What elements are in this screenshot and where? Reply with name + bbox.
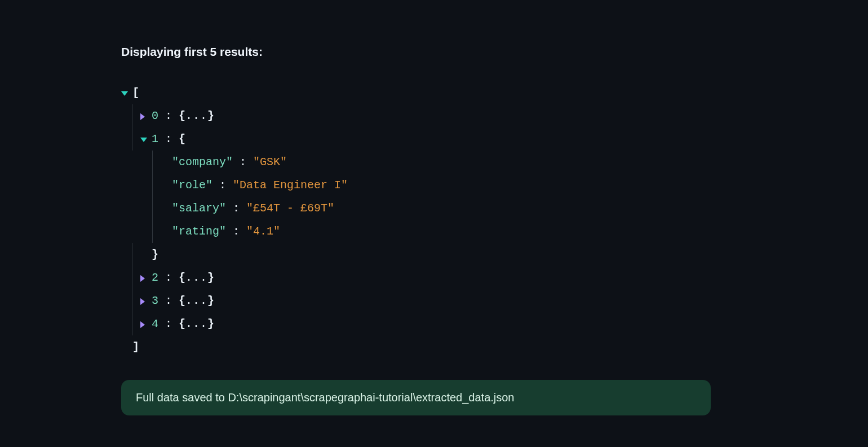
array-index: 1 [152, 127, 158, 151]
array-open-bracket: [ [132, 81, 139, 104]
caret-right-icon [140, 275, 145, 282]
array-index: 3 [152, 289, 158, 312]
object-entry: "role" : "Data Engineer I" [121, 174, 868, 197]
json-key: "salary" [172, 197, 226, 220]
json-tree: [ 0 : { ... } 1 : { "company" : "GSK" "r… [121, 81, 868, 359]
array-index: 2 [152, 266, 158, 289]
status-message: Full data saved to D:\scrapingant\scrape… [121, 380, 711, 415]
json-key: "rating" [172, 220, 226, 243]
caret-right-icon [140, 321, 145, 328]
json-string-value: "£54T - £69T" [246, 197, 334, 220]
array-open-row[interactable]: [ [121, 81, 868, 104]
array-close-bracket: ] [132, 335, 139, 359]
array-item-expanded-header[interactable]: 1 : { [121, 127, 868, 151]
array-close-row: ] [121, 335, 868, 359]
json-key: "role" [172, 174, 212, 197]
array-index: 4 [152, 312, 158, 335]
object-entry: "salary" : "£54T - £69T" [121, 197, 868, 220]
caret-right-icon [140, 113, 145, 120]
array-item-collapsed[interactable]: 3 : { ... } [121, 289, 868, 312]
caret-down-icon [121, 91, 128, 96]
object-entry: "rating" : "4.1" [121, 220, 868, 243]
json-string-value: "GSK" [253, 151, 287, 174]
json-string-value: "4.1" [246, 220, 280, 243]
object-entry: "company" : "GSK" [121, 151, 868, 174]
object-close-brace-row: } [121, 243, 868, 266]
array-item-collapsed[interactable]: 0 : { ... } [121, 104, 868, 127]
caret-down-icon [140, 138, 147, 142]
array-item-collapsed[interactable]: 2 : { ... } [121, 266, 868, 289]
json-key: "company" [172, 151, 233, 174]
caret-right-icon [140, 298, 145, 305]
array-item-collapsed[interactable]: 4 : { ... } [121, 312, 868, 335]
json-string-value: "Data Engineer I" [233, 174, 348, 197]
results-heading: Displaying first 5 results: [121, 45, 868, 59]
array-index: 0 [152, 104, 158, 127]
